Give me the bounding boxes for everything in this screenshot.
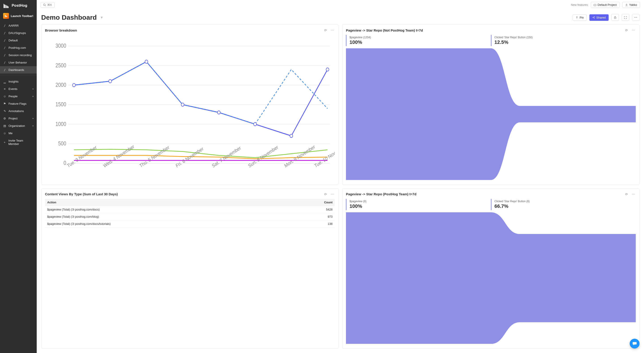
dashboard-title[interactable]: Demo Dashboard — [41, 14, 97, 21]
sidebar-item-dashboards[interactable]: 〳 Dashboards — [0, 66, 37, 74]
table-cell-action: $pageview (Total) (∋ posthog.com/docs) — [45, 206, 289, 213]
card-browser-breakdown: Browser breakdown ⟳ ⋯ 0 500 1000 1500 — [41, 24, 338, 185]
ellipsis-icon: ⋯ — [634, 16, 637, 19]
plus-icon: ＋ — [3, 140, 6, 144]
chevron-down-icon: ▾ — [32, 124, 34, 127]
shared-button[interactable]: Shared — [590, 14, 609, 21]
table-cell-action: $pageview (Total) (∋ posthog.com/docs/tu… — [45, 220, 289, 227]
sidebar-item-aarrr[interactable]: 〳 AARRR — [0, 22, 37, 29]
sidebar-item-session-recording[interactable]: 〳 Session recording — [0, 52, 37, 59]
line-chart-icon: 〳 — [3, 31, 6, 35]
sidebar-item-label: Invite Team Member — [8, 139, 34, 146]
svg-rect-7 — [614, 17, 616, 18]
svg-text:2000: 2000 — [56, 82, 66, 88]
card-options-button[interactable]: ⋯ — [330, 192, 335, 197]
refresh-button[interactable]: ⟳ — [323, 28, 328, 33]
funnel-step-series: Clicked 'Star Repo' Button (6) — [494, 200, 633, 203]
sidebar-item-events[interactable]: ≡ Events ▾ — [0, 85, 37, 92]
svg-text:Wed. 4 November: Wed. 4 November — [102, 144, 135, 169]
svg-point-22 — [72, 84, 76, 87]
funnel-step-series: Clicked 'Star Repo' Button (150) — [494, 36, 633, 39]
tag-icon: ✎ — [3, 110, 6, 113]
sidebar-item-insights[interactable]: ▁ Insights — [0, 78, 37, 85]
chevron-down-icon[interactable]: ▾ — [101, 15, 103, 20]
card-options-button[interactable]: ⋯ — [330, 28, 335, 33]
svg-point-27 — [254, 122, 256, 126]
sidebar-item-label: DAU/Signups — [8, 31, 26, 35]
chat-support-button[interactable] — [630, 339, 640, 348]
svg-point-29 — [326, 68, 329, 71]
table-cell-count: 5428 — [289, 206, 335, 213]
sidebar-section-dashboards: 〳 AARRR 〳 DAU/Signups 〳 Default 〳 PostHo… — [0, 20, 37, 74]
sidebar-item-label: Annotations — [8, 110, 24, 113]
sidebar-item-label: AARRR — [8, 24, 19, 27]
svg-point-26 — [218, 111, 220, 114]
app-logo[interactable]: PostHog — [0, 0, 37, 11]
svg-text:Thu. 5 November: Thu. 5 November — [139, 144, 170, 168]
fullscreen-button[interactable] — [622, 14, 629, 21]
lock-button[interactable] — [611, 14, 619, 21]
table-row[interactable]: $pageview (Total) (∋ posthog.com/blog) 9… — [45, 213, 335, 220]
sidebar-item-label: User Behavior — [8, 61, 27, 64]
funnel-step-series: $pageview (9) — [350, 200, 488, 203]
table-row[interactable]: $pageview (Total) (∋ posthog.com/docs) 5… — [45, 206, 335, 213]
ellipsis-icon: ⋯ — [632, 28, 635, 32]
card-options-button[interactable]: ⋯ — [631, 192, 636, 197]
sidebar-item-label: PostHog.com — [8, 46, 26, 50]
svg-point-28 — [290, 134, 293, 138]
sidebar-item-feature-flags[interactable]: ⚑ Feature Flags — [0, 100, 37, 108]
project-selector-button[interactable]: Default Project — [591, 2, 620, 8]
svg-rect-2 — [594, 4, 596, 6]
sidebar-item-people[interactable]: ☺ People ▾ — [0, 92, 37, 100]
sidebar-item-label: Events — [8, 87, 18, 90]
user-menu-label: Yakko — [629, 3, 637, 6]
table-row[interactable]: $pageview (Total) (∋ posthog.com/docs/tu… — [45, 220, 335, 227]
card-title: Pageview -> Star Repo (PostHog Team) t=7… — [346, 192, 416, 196]
sidebar-item-me[interactable]: ☺ Me — [0, 130, 37, 137]
ellipsis-icon: ⋯ — [331, 192, 334, 196]
sidebar-item-annotations[interactable]: ✎ Annotations — [0, 108, 37, 115]
project-selector-label: Default Project — [598, 3, 617, 6]
sidebar-item-label: Organization — [8, 124, 25, 128]
funnel-step-percent: 66.7% — [494, 203, 633, 209]
svg-text:1500: 1500 — [56, 101, 66, 108]
sidebar-item-dau[interactable]: 〳 DAU/Signups — [0, 29, 37, 37]
user-menu-button[interactable]: Yakko — [622, 2, 640, 8]
card-funnel-not-posthog: Pageview -> Star Repo (Not PostHog Team)… — [342, 24, 640, 185]
search-shortcut: ⌘K — [47, 3, 52, 6]
refresh-button[interactable]: ⟳ — [323, 192, 328, 197]
sidebar-item-label: Session recording — [8, 54, 32, 57]
funnel-labels: $pageview (1204) 100% Clicked 'Star Repo… — [346, 35, 636, 46]
sidebar-item-invite[interactable]: ＋ Invite Team Member — [0, 137, 37, 148]
more-options-button[interactable]: ⋯ — [632, 14, 640, 21]
pin-button[interactable]: Pin — [572, 14, 587, 21]
dashboard-header: Demo Dashboard ▾ Pin Shared ⋯ — [37, 10, 644, 24]
launch-toolbar-button[interactable]: Launch Toolbar! — [0, 11, 37, 20]
building-icon: ▤ — [3, 124, 6, 128]
search-input[interactable]: ⌘K — [41, 2, 54, 8]
table-header-action[interactable]: Action — [45, 199, 289, 206]
funnel-chart — [346, 212, 636, 344]
refresh-button[interactable]: ⟳ — [624, 28, 629, 33]
chevron-down-icon: ▾ — [32, 88, 34, 90]
svg-text:0: 0 — [64, 160, 66, 166]
new-features-link[interactable]: New features — [571, 3, 588, 6]
refresh-button[interactable]: ⟳ — [624, 192, 629, 197]
flag-icon: ⚑ — [3, 102, 6, 105]
sidebar-item-default[interactable]: 〳 Default — [0, 37, 37, 44]
sidebar-item-organization[interactable]: ▤ Organization ▾ — [0, 122, 37, 130]
folder-icon — [594, 4, 596, 6]
sidebar-item-label: Default — [8, 39, 18, 42]
sidebar-item-posthogcom[interactable]: 〳 PostHog.com — [0, 44, 37, 52]
sidebar-item-user-behavior[interactable]: 〳 User Behavior — [0, 59, 37, 66]
sidebar-item-project[interactable]: ⚙ Project ▾ — [0, 115, 37, 122]
table-header-count[interactable]: Count — [289, 199, 335, 206]
line-chart-icon: 〳 — [3, 54, 6, 57]
svg-point-3 — [626, 4, 627, 5]
sidebar-item-label: Project — [8, 117, 18, 120]
card-options-button[interactable]: ⋯ — [631, 28, 636, 33]
line-chart-icon: 〳 — [3, 24, 6, 27]
svg-text:Tue. 3 November: Tue. 3 November — [66, 144, 98, 169]
sidebar-divider — [0, 75, 37, 75]
share-icon — [592, 16, 595, 19]
